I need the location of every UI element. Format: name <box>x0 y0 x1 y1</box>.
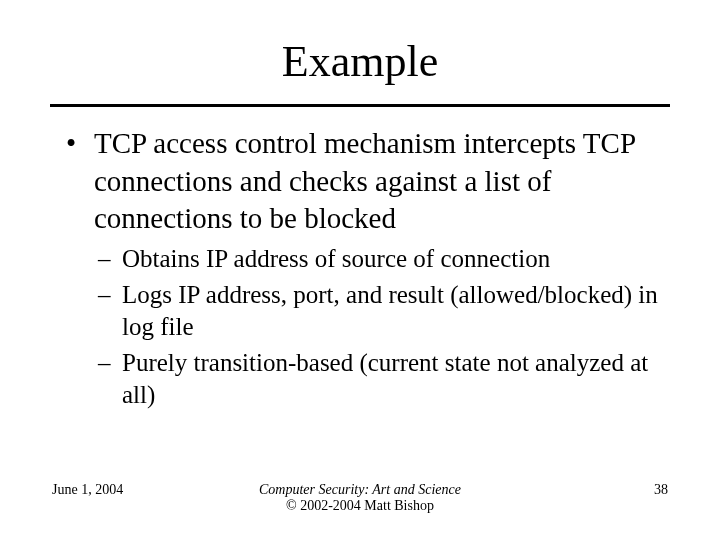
bullet-list-level2: Obtains IP address of source of connecti… <box>94 243 660 411</box>
list-item: Logs IP address, port, and result (allow… <box>94 279 660 343</box>
slide: Example TCP access control mechanism int… <box>0 0 720 540</box>
footer-copyright: © 2002-2004 Matt Bishop <box>152 498 568 514</box>
footer-center: Computer Security: Art and Science © 200… <box>152 482 568 514</box>
sub-bullet-text: Logs IP address, port, and result (allow… <box>122 281 658 340</box>
body-content: TCP access control mechanism intercepts … <box>0 107 720 410</box>
list-item: Obtains IP address of source of connecti… <box>94 243 660 275</box>
sub-bullet-text: Purely transition-based (current state n… <box>122 349 648 408</box>
footer: June 1, 2004 Computer Security: Art and … <box>0 482 720 514</box>
bullet-main-text: TCP access control mechanism intercepts … <box>94 127 635 233</box>
bullet-list-level1: TCP access control mechanism intercepts … <box>60 125 660 410</box>
title-block: Example <box>0 0 720 86</box>
sub-bullet-text: Obtains IP address of source of connecti… <box>122 245 550 272</box>
list-item: TCP access control mechanism intercepts … <box>60 125 660 410</box>
list-item: Purely transition-based (current state n… <box>94 347 660 411</box>
footer-title: Computer Security: Art and Science <box>152 482 568 498</box>
slide-title: Example <box>0 38 720 86</box>
footer-page-number: 38 <box>568 482 668 498</box>
footer-date: June 1, 2004 <box>52 482 152 498</box>
